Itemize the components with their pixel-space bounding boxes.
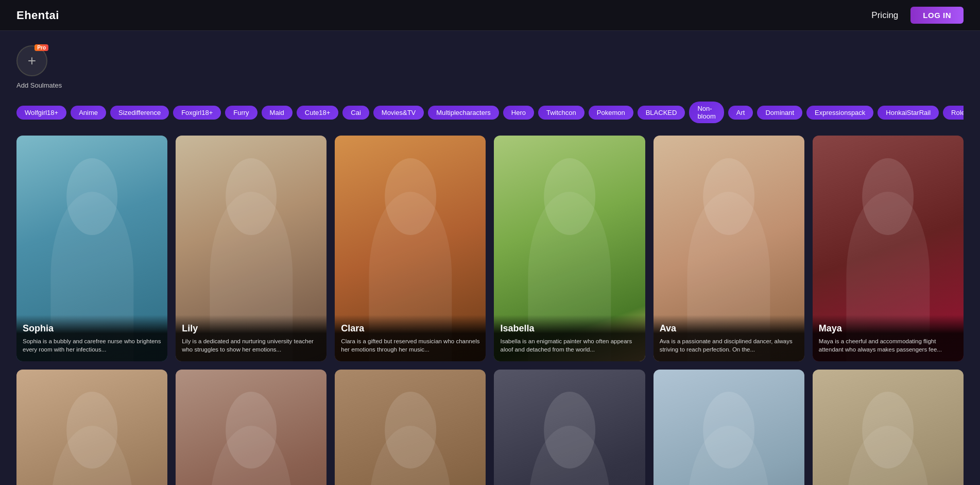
cards-grid-row2 <box>16 370 964 485</box>
main-content: Pro + Add Soulmates Wolfgirl18+ Anime Si… <box>0 31 980 485</box>
tags-row: Wolfgirl18+ Anime Sizedifference Foxgirl… <box>16 102 964 123</box>
card-r2-1[interactable] <box>16 370 167 485</box>
card-r2-5[interactable] <box>654 370 804 485</box>
tag-foxgirl18[interactable]: Foxgirl18+ <box>173 106 221 120</box>
card-lily[interactable]: Lily Lily is a dedicated and nurturing u… <box>176 136 326 361</box>
card-r2-2[interactable] <box>176 370 326 485</box>
card-isabella[interactable]: Isabella Isabella is an enigmatic painte… <box>494 136 645 361</box>
card-ava[interactable]: Ava Ava is a passionate and disciplined … <box>654 136 804 361</box>
card-name-isabella: Isabella <box>500 323 639 334</box>
tag-wolfgirl18[interactable]: Wolfgirl18+ <box>16 106 66 120</box>
add-soulmate-button[interactable]: Pro + <box>16 45 47 76</box>
card-desc-ava: Ava is a passionate and disciplined danc… <box>660 337 798 354</box>
tag-multiplecharacters[interactable]: Multiplecharacters <box>428 106 499 120</box>
card-name-sophia: Sophia <box>23 323 161 334</box>
pro-badge: Pro <box>35 44 48 51</box>
tag-dominant[interactable]: Dominant <box>757 106 802 120</box>
card-maya[interactable]: Maya Maya is a cheerful and accommodatin… <box>813 136 964 361</box>
tag-art[interactable]: Art <box>728 106 753 120</box>
card-r2-6[interactable] <box>813 370 964 485</box>
tag-nonbloom[interactable]: Non-bloom <box>689 102 724 123</box>
card-r2-4[interactable] <box>494 370 645 485</box>
tag-roleplay[interactable]: Roleplay <box>943 106 964 120</box>
tag-blacked[interactable]: BLACKED <box>638 106 685 120</box>
tag-furry[interactable]: Furry <box>225 106 257 120</box>
tag-cai[interactable]: Cai <box>342 106 369 120</box>
card-desc-isabella: Isabella is an enigmatic painter who oft… <box>500 337 639 354</box>
card-r2-3[interactable] <box>335 370 486 485</box>
tag-anime[interactable]: Anime <box>71 106 106 120</box>
tag-sizedifference[interactable]: Sizedifference <box>110 106 169 120</box>
soulmates-label: Add Soulmates <box>16 81 62 89</box>
tag-twitchcon[interactable]: Twitchcon <box>538 106 584 120</box>
card-desc-lily: Lily is a dedicated and nurturing univer… <box>182 337 320 354</box>
tag-expressionspack[interactable]: Expressionspack <box>806 106 873 120</box>
soulmates-section: Pro + Add Soulmates <box>16 45 964 89</box>
pricing-link[interactable]: Pricing <box>871 10 898 21</box>
tag-pokemon[interactable]: Pokemon <box>589 106 633 120</box>
tag-moviestv[interactable]: Movies&TV <box>373 106 424 120</box>
card-desc-sophia: Sophia is a bubbly and carefree nurse wh… <box>23 337 161 354</box>
card-name-clara: Clara <box>341 323 479 334</box>
cards-grid-row1: Sophia Sophia is a bubbly and carefree n… <box>16 136 964 361</box>
tag-hero[interactable]: Hero <box>503 106 534 120</box>
card-clara[interactable]: Clara Clara is a gifted but reserved mus… <box>335 136 486 361</box>
header: Ehentai Pricing LOG IN <box>0 0 980 31</box>
plus-icon: + <box>28 54 36 68</box>
tag-maid[interactable]: Maid <box>262 106 293 120</box>
card-name-ava: Ava <box>660 323 798 334</box>
card-name-maya: Maya <box>819 323 957 334</box>
login-button[interactable]: LOG IN <box>910 7 964 24</box>
card-desc-clara: Clara is a gifted but reserved musician … <box>341 337 479 354</box>
card-name-lily: Lily <box>182 323 320 334</box>
card-sophia[interactable]: Sophia Sophia is a bubbly and carefree n… <box>16 136 167 361</box>
logo: Ehentai <box>16 9 59 22</box>
tag-cute18[interactable]: Cute18+ <box>297 106 339 120</box>
tag-honkaistarrail[interactable]: HonkaiStarRail <box>878 106 939 120</box>
header-right: Pricing LOG IN <box>871 7 964 24</box>
card-desc-maya: Maya is a cheerful and accommodating fli… <box>819 337 957 354</box>
